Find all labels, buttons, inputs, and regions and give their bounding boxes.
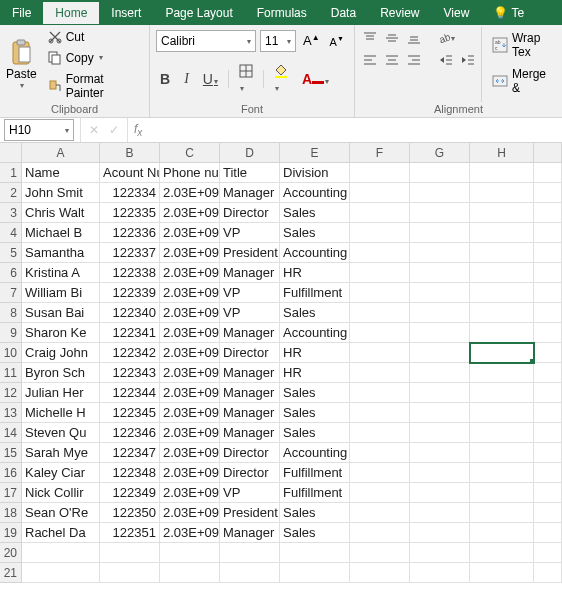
cell[interactable] — [534, 403, 562, 423]
cell[interactable]: Fulfillment — [280, 463, 350, 483]
cell[interactable]: Sales — [280, 523, 350, 543]
cell[interactable]: Manager — [220, 423, 280, 443]
cell[interactable] — [410, 543, 470, 563]
cell[interactable]: 2.03E+09 — [160, 323, 220, 343]
cell[interactable] — [534, 163, 562, 183]
cell[interactable]: 122351 — [100, 523, 160, 543]
italic-button[interactable]: I — [180, 69, 193, 89]
cell[interactable]: Manager — [220, 363, 280, 383]
cell[interactable]: 122334 — [100, 183, 160, 203]
cell[interactable] — [220, 563, 280, 583]
cell[interactable]: Manager — [220, 323, 280, 343]
cell[interactable]: 2.03E+09 — [160, 363, 220, 383]
column-header[interactable]: H — [470, 143, 534, 163]
cell[interactable] — [350, 303, 410, 323]
cell[interactable] — [470, 163, 534, 183]
cell[interactable]: Sales — [280, 203, 350, 223]
merge-center-button[interactable]: Merge & — [490, 65, 556, 97]
menu-view[interactable]: View — [432, 2, 482, 24]
menu-formulas[interactable]: Formulas — [245, 2, 319, 24]
decrease-font-button[interactable]: A▼ — [327, 35, 347, 48]
cell[interactable]: 122344 — [100, 383, 160, 403]
menu-review[interactable]: Review — [368, 2, 431, 24]
cell[interactable] — [410, 243, 470, 263]
cell[interactable]: HR — [280, 343, 350, 363]
cell[interactable]: 2.03E+09 — [160, 423, 220, 443]
cell[interactable] — [350, 203, 410, 223]
cell[interactable]: Sarah Mye — [22, 443, 100, 463]
cell[interactable]: 2.03E+09 — [160, 303, 220, 323]
cell[interactable] — [410, 503, 470, 523]
cell[interactable]: 2.03E+09 — [160, 463, 220, 483]
cell[interactable] — [470, 343, 534, 363]
cell[interactable]: 122345 — [100, 403, 160, 423]
row-header[interactable]: 9 — [0, 323, 22, 343]
row-header[interactable]: 5 — [0, 243, 22, 263]
cell[interactable]: Accounting — [280, 443, 350, 463]
cell[interactable]: 122337 — [100, 243, 160, 263]
row-header[interactable]: 2 — [0, 183, 22, 203]
cell[interactable]: Manager — [220, 403, 280, 423]
cell[interactable] — [350, 323, 410, 343]
cell[interactable] — [280, 563, 350, 583]
align-bottom-button[interactable] — [405, 30, 423, 46]
cell[interactable]: Susan Bai — [22, 303, 100, 323]
cell[interactable]: 2.03E+09 — [160, 183, 220, 203]
cell[interactable]: 2.03E+09 — [160, 443, 220, 463]
cell[interactable]: Fulfillment — [280, 283, 350, 303]
cell[interactable] — [534, 203, 562, 223]
cell[interactable] — [470, 263, 534, 283]
cell[interactable]: HR — [280, 363, 350, 383]
formula-bar[interactable] — [142, 118, 562, 142]
cell[interactable]: John Smit — [22, 183, 100, 203]
cell[interactable] — [534, 543, 562, 563]
copy-button[interactable]: Copy ▾ — [45, 49, 143, 67]
column-header[interactable]: D — [220, 143, 280, 163]
cell[interactable] — [350, 383, 410, 403]
cell[interactable]: Sales — [280, 403, 350, 423]
cell[interactable] — [470, 563, 534, 583]
cell[interactable]: 122343 — [100, 363, 160, 383]
cell[interactable] — [160, 563, 220, 583]
align-top-button[interactable] — [361, 30, 379, 46]
row-header[interactable]: 1 — [0, 163, 22, 183]
cell[interactable] — [534, 223, 562, 243]
row-header[interactable]: 6 — [0, 263, 22, 283]
cell[interactable] — [470, 323, 534, 343]
cell[interactable] — [410, 223, 470, 243]
cell[interactable] — [350, 283, 410, 303]
cell[interactable]: 122346 — [100, 423, 160, 443]
cell[interactable] — [534, 563, 562, 583]
cell[interactable]: 2.03E+09 — [160, 383, 220, 403]
align-middle-button[interactable] — [383, 30, 401, 46]
cell[interactable]: Fulfillment — [280, 483, 350, 503]
cell[interactable]: 2.03E+09 — [160, 283, 220, 303]
cell[interactable] — [534, 283, 562, 303]
cell[interactable]: Steven Qu — [22, 423, 100, 443]
cell[interactable]: 2.03E+09 — [160, 243, 220, 263]
cell[interactable] — [470, 503, 534, 523]
cell[interactable] — [410, 443, 470, 463]
cell[interactable]: 2.03E+09 — [160, 483, 220, 503]
cell[interactable]: 2.03E+09 — [160, 203, 220, 223]
cell[interactable] — [410, 403, 470, 423]
cell[interactable]: Director — [220, 343, 280, 363]
cell[interactable] — [470, 283, 534, 303]
cell[interactable] — [100, 563, 160, 583]
row-header[interactable]: 19 — [0, 523, 22, 543]
font-name-select[interactable]: Calibri▾ — [156, 30, 256, 52]
cell[interactable] — [350, 223, 410, 243]
menu-home[interactable]: Home — [43, 2, 99, 24]
wrap-text-button[interactable]: abc Wrap Tex — [490, 29, 556, 61]
menu-data[interactable]: Data — [319, 2, 368, 24]
cell[interactable] — [470, 203, 534, 223]
cell[interactable]: Acount Nu — [100, 163, 160, 183]
cell[interactable]: Craig John — [22, 343, 100, 363]
cell[interactable] — [100, 543, 160, 563]
cell[interactable] — [534, 183, 562, 203]
row-header[interactable]: 20 — [0, 543, 22, 563]
increase-indent-button[interactable] — [459, 52, 477, 68]
menu-pagelayout[interactable]: Page Layout — [153, 2, 244, 24]
cell[interactable] — [534, 523, 562, 543]
cell[interactable] — [470, 403, 534, 423]
